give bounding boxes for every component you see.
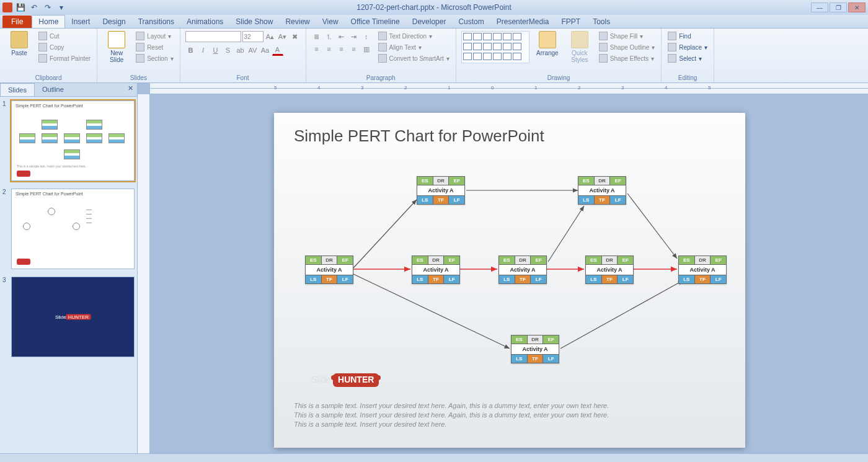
tab-home[interactable]: Home <box>32 15 65 28</box>
shape-outline-button[interactable]: Shape Outline ▾ <box>598 42 656 52</box>
pert-node[interactable]: ESDREF Activity A LSTFLF <box>498 255 547 284</box>
select-button[interactable]: Select ▾ <box>666 53 709 63</box>
convert-smartart-button[interactable]: Convert to SmartArt ▾ <box>377 53 451 63</box>
shape-icon[interactable] <box>483 43 492 50</box>
shape-icon[interactable] <box>463 53 472 60</box>
tab-design[interactable]: Design <box>96 16 131 28</box>
maximize-button[interactable]: ❐ <box>830 2 847 12</box>
pert-node[interactable]: ESDREF Activity A LSTFLF <box>412 255 460 284</box>
close-button[interactable]: ✕ <box>848 2 866 12</box>
text-direction-button[interactable]: Text Direction ▾ <box>377 31 451 41</box>
change-case-button[interactable]: Aa <box>260 45 271 56</box>
horizontal-scrollbar[interactable] <box>0 453 868 462</box>
tab-insert[interactable]: Insert <box>65 16 96 28</box>
thumbnail-list[interactable]: 1 Simple PERT Chart for PowerPoint This … <box>0 97 137 453</box>
shape-icon[interactable] <box>473 43 482 50</box>
align-text-button[interactable]: Align Text ▾ <box>377 42 451 52</box>
shadow-button[interactable]: ab <box>235 45 246 56</box>
shape-icon[interactable] <box>493 33 502 40</box>
align-left-button[interactable]: ≡ <box>311 43 322 55</box>
format-painter-button[interactable]: Format Painter <box>37 53 92 63</box>
pert-node[interactable]: ESDREF Activity A LSTFLF <box>417 176 465 205</box>
numbering-button[interactable]: ⒈ <box>324 31 335 42</box>
pert-node[interactable]: ESDREF Activity A LSTFLF <box>585 255 634 284</box>
bold-button[interactable]: B <box>185 45 197 56</box>
slide-canvas[interactable]: Simple PERT Chart for PowerPoint <box>138 94 868 453</box>
font-color-button[interactable]: A <box>272 45 283 56</box>
slide[interactable]: Simple PERT Chart for PowerPoint <box>274 113 745 448</box>
reset-button[interactable]: Reset <box>135 42 174 52</box>
pert-node[interactable]: ESDREF Activity A LSTFLF <box>578 176 626 205</box>
shape-fill-button[interactable]: Shape Fill ▾ <box>598 31 656 41</box>
shape-icon[interactable] <box>483 53 492 60</box>
shape-icon[interactable] <box>513 33 521 40</box>
shape-icon[interactable] <box>503 33 512 40</box>
shape-icon[interactable] <box>463 33 472 40</box>
tab-office-timeline[interactable]: Office Timeline <box>345 16 406 28</box>
shape-icon[interactable] <box>493 43 502 50</box>
shape-icon[interactable] <box>513 43 521 50</box>
char-spacing-button[interactable]: AV <box>247 45 259 56</box>
shape-icon[interactable] <box>513 53 521 60</box>
shape-icon[interactable] <box>483 33 492 40</box>
shape-icon[interactable] <box>463 43 472 50</box>
tab-developer[interactable]: Developer <box>406 16 453 28</box>
pert-node[interactable]: ESDREF Activity A LSTFLF <box>305 255 353 284</box>
align-center-button[interactable]: ≡ <box>324 43 335 55</box>
arrange-button[interactable]: Arrange <box>533 31 562 56</box>
tab-fppt[interactable]: FPPT <box>555 16 587 28</box>
tab-transitions[interactable]: Transitions <box>132 16 180 28</box>
tab-animations[interactable]: Animations <box>180 16 229 28</box>
file-tab[interactable]: File <box>2 16 32 28</box>
clear-formatting-button[interactable]: ✖ <box>290 31 301 42</box>
slide-title[interactable]: Simple PERT Chart for PowerPoint <box>274 113 745 151</box>
save-icon[interactable]: 💾 <box>15 2 26 13</box>
italic-button[interactable]: I <box>198 45 209 56</box>
slide-thumbnail-1[interactable]: Simple PERT Chart for PowerPoint This is… <box>11 100 135 181</box>
shrink-font-button[interactable]: A▾ <box>277 31 288 42</box>
redo-icon[interactable]: ↷ <box>42 2 53 13</box>
shape-effects-button[interactable]: Shape Effects ▾ <box>598 53 656 63</box>
qat-dropdown-icon[interactable]: ▾ <box>56 2 67 13</box>
side-tab-slides[interactable]: Slides <box>0 83 35 96</box>
shape-icon[interactable] <box>493 53 502 60</box>
minimize-button[interactable]: — <box>811 2 828 12</box>
side-panel-close-icon[interactable]: ✕ <box>124 83 137 96</box>
shapes-gallery[interactable] <box>461 31 529 63</box>
quick-styles-button[interactable]: Quick Styles <box>565 31 594 63</box>
cut-button[interactable]: Cut <box>37 31 92 41</box>
section-button[interactable]: Section ▾ <box>135 53 174 63</box>
tab-custom[interactable]: Custom <box>452 16 490 28</box>
pert-node[interactable]: ESDREF Activity A LSTFLF <box>678 255 727 284</box>
shape-icon[interactable] <box>473 33 482 40</box>
tab-tools[interactable]: Tools <box>587 16 616 28</box>
line-spacing-button[interactable]: ↕ <box>361 31 372 42</box>
shape-icon[interactable] <box>503 43 512 50</box>
shape-icon[interactable] <box>503 53 512 60</box>
strikethrough-button[interactable]: S <box>223 45 234 56</box>
slide-thumbnail-2[interactable]: Simple PERT Chart for PowerPoint ━━━━━━━… <box>11 189 135 269</box>
columns-button[interactable]: ▥ <box>361 43 372 55</box>
sample-text-block[interactable]: This is a sample text. Insert your desir… <box>294 401 725 429</box>
slide-thumbnail-3[interactable]: SlideHUNTER <box>11 277 135 357</box>
justify-button[interactable]: ≡ <box>348 43 360 55</box>
bullets-button[interactable]: ≣ <box>311 31 322 42</box>
tab-presentermedia[interactable]: PresenterMedia <box>490 16 556 28</box>
decrease-indent-button[interactable]: ⇤ <box>336 31 347 42</box>
align-right-button[interactable]: ≡ <box>336 43 347 55</box>
layout-button[interactable]: Layout ▾ <box>135 31 174 41</box>
tab-review[interactable]: Review <box>279 16 316 28</box>
copy-button[interactable]: Copy <box>37 42 92 52</box>
replace-button[interactable]: Replace ▾ <box>666 42 709 52</box>
undo-icon[interactable]: ↶ <box>29 2 40 13</box>
font-family-select[interactable] <box>185 31 241 42</box>
font-size-select[interactable] <box>242 31 264 42</box>
underline-button[interactable]: U <box>210 45 221 56</box>
find-button[interactable]: Find <box>666 31 709 41</box>
increase-indent-button[interactable]: ⇥ <box>348 31 360 42</box>
pert-node[interactable]: ESDREF Activity A LSTFLF <box>511 335 559 363</box>
tab-slideshow[interactable]: Slide Show <box>229 16 279 28</box>
new-slide-button[interactable]: New Slide <box>102 31 131 63</box>
grow-font-button[interactable]: A▴ <box>265 31 276 42</box>
shape-icon[interactable] <box>473 53 482 60</box>
